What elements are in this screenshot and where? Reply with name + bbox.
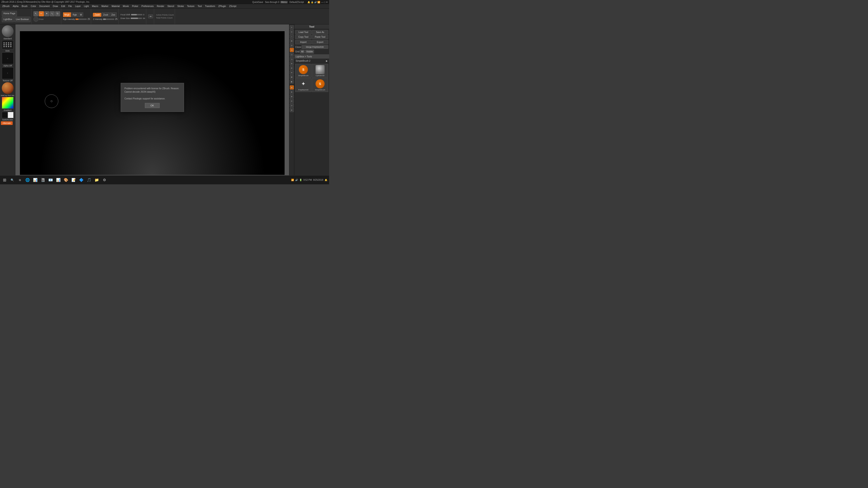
zbrush-taskbar-btn[interactable]: 🔷 bbox=[78, 176, 85, 184]
focal-shift-slider[interactable] bbox=[131, 14, 143, 15]
symmetry-btn[interactable]: ⇔ bbox=[148, 14, 153, 18]
move-icon[interactable]: ✦ bbox=[44, 11, 49, 16]
rn-btn-9[interactable]: ⊚ bbox=[290, 61, 294, 66]
menu-movie[interactable]: Movie bbox=[121, 4, 130, 8]
rn-btn-18[interactable]: ⊚ bbox=[290, 108, 294, 112]
rn-btn-4[interactable]: ⊞ bbox=[290, 39, 294, 43]
quicksave-btn[interactable]: QuickSave bbox=[251, 1, 264, 3]
menu-texture[interactable]: Texture bbox=[186, 4, 196, 8]
menu-render[interactable]: Render bbox=[156, 4, 166, 8]
simple-brush-expand[interactable]: ▶ bbox=[326, 60, 328, 62]
rn-btn-11[interactable]: ≋ bbox=[290, 70, 294, 74]
grid-visible-btn[interactable]: Visible bbox=[305, 50, 314, 54]
canvas-area[interactable]: Problem encountered with license for ZBr… bbox=[16, 24, 289, 180]
menu-light[interactable]: Light bbox=[83, 4, 90, 8]
menu-marker[interactable]: Marker bbox=[100, 4, 110, 8]
m-btn[interactable]: M bbox=[79, 12, 83, 17]
matcap-item[interactable]: MatCap Red Wa... bbox=[1, 82, 14, 96]
explorer-btn[interactable]: 📁 bbox=[93, 176, 100, 184]
rn-btn-2[interactable]: ⊙ bbox=[290, 30, 294, 34]
menu-layer[interactable]: Layer bbox=[74, 4, 82, 8]
draw-size-slider[interactable] bbox=[131, 18, 142, 19]
menu-zscript[interactable]: ZScript bbox=[228, 4, 238, 8]
menu-picker[interactable]: Picker bbox=[131, 4, 140, 8]
rn-btn-orange2[interactable]: ◉ bbox=[290, 86, 294, 90]
settings-btn[interactable]: ⚙ bbox=[101, 176, 108, 184]
z-intensity-slider[interactable]: Z Intensity 25 bbox=[93, 18, 118, 20]
rgb-btn[interactable]: Rgb bbox=[71, 12, 78, 17]
menu-draw[interactable]: Draw bbox=[51, 4, 59, 8]
rn-btn-16[interactable]: ⊘ bbox=[290, 99, 294, 103]
start-btn[interactable]: ⊞ bbox=[1, 176, 8, 184]
task-view-btn[interactable]: ⧉ bbox=[16, 176, 24, 184]
dialog-ok-button[interactable]: OK bbox=[145, 103, 160, 108]
zoo-btn[interactable]: Zoo bbox=[110, 12, 116, 17]
rn-btn-7[interactable]: ◫ bbox=[290, 53, 294, 57]
menu-macro[interactable]: Macro bbox=[91, 4, 100, 8]
import-btn[interactable]: Import bbox=[295, 40, 311, 44]
cursor-icon[interactable]: ↖ bbox=[33, 11, 38, 16]
draw-icon[interactable]: ✏ bbox=[39, 11, 44, 16]
rn-btn-5[interactable]: ⊡ bbox=[290, 43, 294, 47]
powerpoint-btn[interactable]: 📊 bbox=[55, 176, 62, 184]
brush-item-simplebrush1[interactable]: S SimpleBrush bbox=[295, 64, 311, 78]
alternate-item[interactable]: Alternate bbox=[1, 121, 14, 125]
menu-transform[interactable]: Transform bbox=[204, 4, 217, 8]
rn-btn-12[interactable]: ⊠ bbox=[290, 75, 294, 79]
scale-icon[interactable]: ⤡ bbox=[50, 11, 55, 16]
rn-btn-6-orange[interactable]: ◈ bbox=[290, 48, 294, 52]
load-tool-btn[interactable]: Load Tool bbox=[295, 30, 311, 34]
onenote-btn[interactable]: 📓 bbox=[39, 176, 46, 184]
sphere-icon[interactable] bbox=[33, 17, 38, 22]
switch-color-item[interactable]: SwitchColor bbox=[1, 112, 14, 121]
lightbox-tools-label[interactable]: Lightbox > Tools bbox=[294, 55, 329, 59]
copy-tool-btn[interactable]: Copy Tool bbox=[295, 35, 311, 39]
menu-btn[interactable]: Menu bbox=[280, 1, 288, 3]
menu-alpha[interactable]: Alpha bbox=[11, 4, 20, 8]
menu-zplugin[interactable]: ZPlugin bbox=[217, 4, 227, 8]
texture-off-item[interactable]: T Texture Off bbox=[1, 67, 14, 82]
rn-btn-1[interactable]: ≡ bbox=[290, 25, 294, 29]
paste-tool-btn[interactable]: Paste Tool bbox=[312, 35, 328, 39]
menu-stencil[interactable]: Stencil bbox=[166, 4, 176, 8]
menu-file[interactable]: File bbox=[67, 4, 73, 8]
gradient-item[interactable]: Gradient bbox=[1, 97, 14, 111]
alpha-off-item[interactable]: α Alpha Off bbox=[1, 53, 14, 67]
brush-item-cylinder3d[interactable]: Cylinder3D bbox=[312, 64, 328, 78]
rn-btn-13[interactable]: ◧ bbox=[290, 79, 294, 84]
menu-edit[interactable]: Edit bbox=[60, 4, 66, 8]
zsub-btn[interactable]: Zsub bbox=[102, 12, 110, 17]
standard-brush-item[interactable]: Standard bbox=[1, 25, 14, 40]
menu-material[interactable]: Material bbox=[110, 4, 121, 8]
notification-icon[interactable]: 🔔 bbox=[324, 179, 327, 181]
menu-color[interactable]: Color bbox=[29, 4, 37, 8]
chrome-btn[interactable]: 🌐 bbox=[24, 176, 31, 184]
rn-btn-15[interactable]: ⊗ bbox=[290, 94, 294, 98]
live-boolean-btn[interactable]: Live Boolean bbox=[14, 17, 31, 22]
grid-all-btn[interactable]: All bbox=[300, 50, 305, 54]
menu-tool[interactable]: Tool bbox=[196, 4, 203, 8]
menu-document[interactable]: Document bbox=[38, 4, 51, 8]
menu-stroke[interactable]: Stroke bbox=[176, 4, 185, 8]
rgb-intensity-slider[interactable]: Rgb Intensity 25 bbox=[63, 18, 90, 20]
brush-item-polymash3d[interactable]: ✦ PolyMash3D bbox=[295, 78, 311, 92]
lightbox-btn[interactable]: LightBox bbox=[2, 17, 14, 22]
defaultzscript-btn[interactable]: DefaultZScript bbox=[289, 1, 305, 3]
word-btn[interactable]: 📝 bbox=[70, 176, 77, 184]
photoshop-btn[interactable]: 🎨 bbox=[62, 176, 70, 184]
rn-btn-10[interactable]: ⊛ bbox=[290, 66, 294, 70]
dots-brush-item[interactable]: Dots bbox=[1, 40, 14, 52]
zadd-btn[interactable]: Zadd bbox=[93, 13, 101, 17]
home-page-btn[interactable]: Home Page bbox=[2, 11, 17, 16]
menu-preferences[interactable]: Preferences bbox=[140, 4, 155, 8]
menu-brush[interactable]: Brush bbox=[20, 4, 29, 8]
rn-btn-8[interactable]: ◬ bbox=[290, 57, 294, 61]
alternate-btn[interactable]: Alternate bbox=[1, 121, 13, 125]
rn-btn-17[interactable]: ⊙ bbox=[290, 103, 294, 107]
search-btn[interactable]: 🔍 bbox=[8, 176, 16, 184]
mrgb-btn[interactable]: Mrgb bbox=[63, 12, 71, 17]
outlook-btn[interactable]: 📧 bbox=[47, 176, 54, 184]
save-as-btn[interactable]: Save As bbox=[312, 30, 328, 34]
spotify-btn[interactable]: 🎵 bbox=[86, 176, 93, 184]
rotate-icon[interactable]: ↻ bbox=[55, 11, 60, 16]
